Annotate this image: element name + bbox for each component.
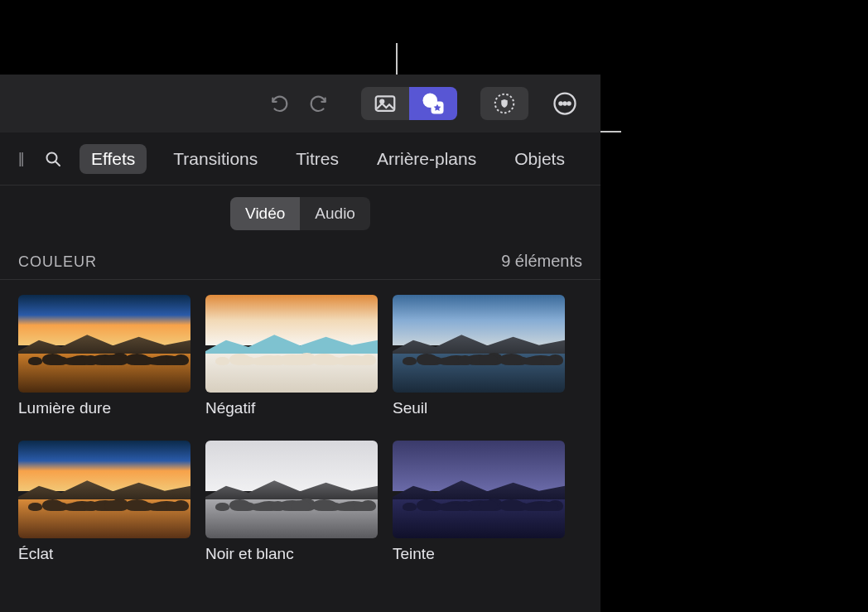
panel-drag-handle[interactable]: || bbox=[18, 150, 30, 167]
effect-label: Seuil bbox=[393, 399, 565, 417]
effects-grid: Lumière dure Négatif Seuil bbox=[0, 280, 600, 578]
search-icon bbox=[43, 149, 63, 169]
browser-mode-segment bbox=[361, 87, 457, 120]
effect-label: Noir et blanc bbox=[205, 545, 378, 563]
undo-button[interactable] bbox=[265, 89, 295, 118]
tab-backgrounds[interactable]: Arrière-plans bbox=[365, 144, 488, 174]
category-tabs: Effets Transitions Titres Arrière-plans … bbox=[80, 144, 576, 174]
subtab-video[interactable]: Vidéo bbox=[230, 197, 300, 230]
tab-effects[interactable]: Effets bbox=[80, 144, 147, 174]
more-button[interactable] bbox=[548, 87, 581, 120]
effect-card-negative[interactable]: Négatif bbox=[205, 295, 378, 417]
subtab-audio[interactable]: Audio bbox=[300, 197, 370, 230]
dotted-shield-icon bbox=[492, 91, 517, 116]
tab-titles[interactable]: Titres bbox=[284, 144, 350, 174]
effect-card-bw[interactable]: Noir et blanc bbox=[205, 441, 378, 563]
effect-label: Teinte bbox=[393, 545, 565, 563]
effect-thumbnail bbox=[393, 295, 565, 393]
media-type-segment: Vidéo Audio bbox=[230, 197, 370, 230]
ellipsis-circle-icon bbox=[552, 91, 577, 116]
star-badge-icon bbox=[421, 91, 446, 116]
tab-objects[interactable]: Objets bbox=[503, 144, 576, 174]
effect-card-glow[interactable]: Éclat bbox=[18, 441, 190, 563]
subcategory-row: Vidéo Audio bbox=[0, 186, 600, 242]
section-title: COULEUR bbox=[18, 253, 97, 271]
section-count: 9 éléments bbox=[501, 252, 582, 271]
effects-browser-panel: || Effets Transitions Titres Arrière-pla… bbox=[0, 75, 600, 612]
effect-label: Négatif bbox=[205, 399, 378, 417]
svg-point-6 bbox=[559, 102, 562, 104]
effect-thumbnail bbox=[393, 441, 565, 538]
effect-thumbnail bbox=[205, 441, 378, 538]
tab-transitions[interactable]: Transitions bbox=[162, 144, 269, 174]
mask-button[interactable] bbox=[480, 87, 528, 120]
image-icon bbox=[373, 91, 398, 116]
svg-rect-0 bbox=[376, 96, 395, 111]
search-button[interactable] bbox=[40, 149, 66, 169]
effect-card-tint[interactable]: Teinte bbox=[393, 441, 565, 563]
section-header: COULEUR 9 éléments bbox=[0, 242, 600, 280]
effect-card-hard-light[interactable]: Lumière dure bbox=[18, 295, 190, 417]
effect-thumbnail bbox=[18, 295, 190, 393]
svg-point-7 bbox=[563, 102, 566, 104]
effect-label: Lumière dure bbox=[18, 399, 190, 417]
category-tab-row: || Effets Transitions Titres Arrière-pla… bbox=[0, 133, 600, 186]
effect-thumbnail bbox=[205, 295, 378, 393]
redo-button[interactable] bbox=[303, 89, 333, 118]
media-browser-button[interactable] bbox=[361, 87, 409, 120]
effect-label: Éclat bbox=[18, 545, 190, 563]
svg-point-8 bbox=[567, 102, 570, 104]
top-toolbar bbox=[0, 75, 600, 133]
effects-browser-button[interactable] bbox=[409, 87, 457, 120]
effect-thumbnail bbox=[18, 441, 190, 538]
effect-card-threshold[interactable]: Seuil bbox=[393, 295, 565, 417]
svg-point-9 bbox=[47, 152, 57, 162]
